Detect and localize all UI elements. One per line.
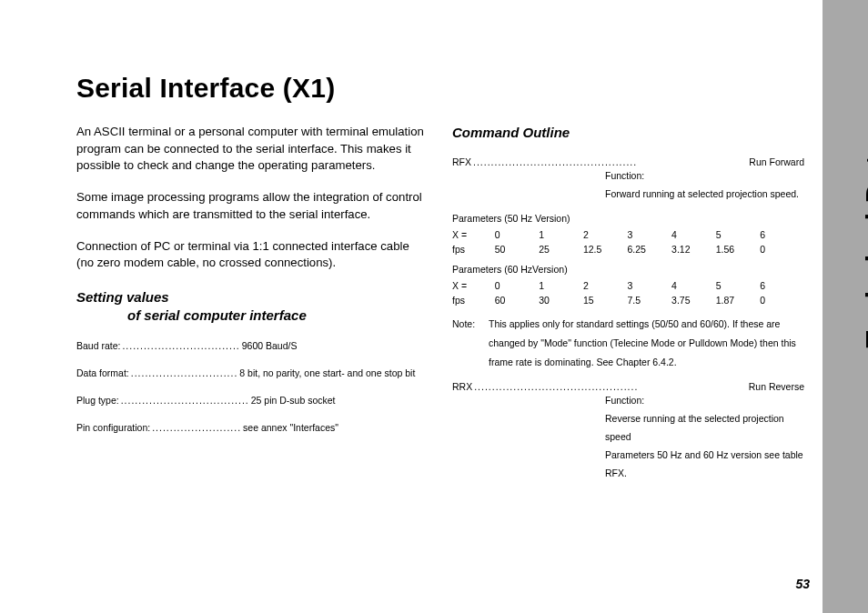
params-60hz-table: X = 0 1 2 3 4 5 6 fps 60 30 15 7.5 3.75 … bbox=[452, 278, 804, 307]
two-column-layout: An ASCII terminal or a personal computer… bbox=[76, 124, 804, 492]
leader-dots: .............................. bbox=[129, 367, 240, 378]
cell: 25 bbox=[539, 242, 583, 256]
cell: 1 bbox=[539, 227, 583, 242]
intro-paragraph-3: Connection of PC or terminal via 1:1 con… bbox=[76, 238, 429, 272]
setting-values-heading: Setting values of serial computer interf… bbox=[76, 288, 429, 326]
side-tab-label: Technical Data bbox=[861, 138, 868, 348]
note-body: This applies only for standard settings … bbox=[489, 315, 804, 372]
cell: fps bbox=[452, 293, 495, 307]
spec-value: 25 pin D-sub socket bbox=[251, 395, 429, 406]
function-text: Forward running at selected projection s… bbox=[605, 186, 804, 204]
table-row: fps 50 25 12.5 6.25 3.12 1.56 0 bbox=[452, 242, 804, 256]
heading-line-1: Setting values bbox=[76, 289, 169, 305]
function-text: speed bbox=[605, 428, 804, 447]
side-tab: Technical Data bbox=[823, 0, 868, 613]
command-rrx-details: Function: Reverse running at the selecte… bbox=[452, 392, 804, 483]
cell: 60 bbox=[495, 293, 540, 307]
cell: 4 bbox=[671, 227, 716, 242]
spec-data-format: Data format: ...........................… bbox=[76, 367, 429, 378]
command-name: RRX bbox=[452, 381, 472, 392]
cell: 1.56 bbox=[716, 242, 761, 256]
cell: 50 bbox=[495, 242, 540, 256]
spec-plug-type: Plug type: .............................… bbox=[76, 395, 429, 406]
function-label: Function: bbox=[605, 167, 804, 186]
leader-dots: ........................................… bbox=[472, 381, 749, 392]
cell: 6 bbox=[760, 278, 804, 293]
function-text: Parameters 50 Hz and 60 Hz version see t… bbox=[605, 447, 804, 465]
cell: 6 bbox=[760, 227, 804, 242]
command-value: Run Forward bbox=[749, 156, 804, 167]
leader-dots: ................................. bbox=[120, 340, 241, 351]
spec-label: Pin configuration: bbox=[76, 422, 150, 433]
cell: fps bbox=[452, 242, 495, 256]
cell: 12.5 bbox=[583, 242, 628, 256]
cell: 2 bbox=[583, 227, 628, 242]
page-body: Serial Interface (X1) An ASCII terminal … bbox=[0, 0, 868, 613]
command-rrx: RRX ....................................… bbox=[452, 381, 804, 392]
left-column: An ASCII terminal or a personal computer… bbox=[76, 124, 429, 492]
params-50hz-table: X = 0 1 2 3 4 5 6 fps 50 25 12.5 6.25 3.… bbox=[452, 227, 804, 256]
leader-dots: ........................................… bbox=[471, 156, 749, 167]
cell: 0 bbox=[760, 242, 804, 256]
function-text: RFX. bbox=[605, 465, 804, 483]
intro-paragraph-1: An ASCII terminal or a personal computer… bbox=[76, 124, 429, 175]
params-50hz-caption: Parameters (50 Hz Version) bbox=[452, 213, 804, 224]
note-label: Note: bbox=[452, 315, 489, 372]
cell: 1 bbox=[539, 278, 583, 293]
cell: 3 bbox=[627, 227, 671, 242]
cell: 0 bbox=[760, 293, 804, 307]
cell: 3.75 bbox=[671, 293, 716, 307]
cell: 4 bbox=[671, 278, 716, 293]
params-60hz-caption: Parameters (60 HzVersion) bbox=[452, 264, 804, 275]
table-row: X = 0 1 2 3 4 5 6 bbox=[452, 278, 804, 293]
cell: 5 bbox=[716, 278, 761, 293]
cell: X = bbox=[452, 227, 495, 242]
cell: 6.25 bbox=[627, 242, 671, 256]
cell: 7.5 bbox=[627, 293, 671, 307]
spec-value: 9600 Baud/S bbox=[242, 340, 429, 351]
spec-value: see annex "Interfaces" bbox=[243, 422, 429, 433]
command-name: RFX bbox=[452, 156, 471, 167]
leader-dots: .................................... bbox=[119, 395, 251, 406]
command-rfx-details: Function: Forward running at selected pr… bbox=[452, 167, 804, 204]
spec-label: Baud rate: bbox=[76, 340, 120, 351]
right-column: Command Outline RFX ....................… bbox=[452, 124, 804, 492]
cell: 0 bbox=[495, 278, 540, 293]
spec-baud-rate: Baud rate: .............................… bbox=[76, 340, 429, 351]
cell: 5 bbox=[716, 227, 761, 242]
table-row: X = 0 1 2 3 4 5 6 bbox=[452, 227, 804, 242]
cell: X = bbox=[452, 278, 495, 293]
cell: 1.87 bbox=[716, 293, 761, 307]
cell: 2 bbox=[583, 278, 628, 293]
cell: 0 bbox=[495, 227, 540, 242]
spec-label: Plug type: bbox=[76, 395, 119, 406]
command-outline-heading: Command Outline bbox=[452, 124, 804, 142]
cell: 3 bbox=[627, 278, 671, 293]
note-block: Note: This applies only for standard set… bbox=[452, 315, 804, 372]
spec-pin-config: Pin configuration: .....................… bbox=[76, 422, 429, 433]
cell: 15 bbox=[583, 293, 628, 307]
heading-line-2: of serial computer interface bbox=[76, 306, 429, 325]
function-label: Function: bbox=[605, 392, 804, 410]
cell: 30 bbox=[539, 293, 583, 307]
intro-paragraph-2: Some image processing programs allow the… bbox=[76, 189, 429, 223]
function-text: Reverse running at the selected projecti… bbox=[605, 410, 804, 428]
spec-label: Data format: bbox=[76, 367, 129, 378]
page-title: Serial Interface (X1) bbox=[76, 73, 804, 104]
cell: 3.12 bbox=[671, 242, 716, 256]
command-value: Run Reverse bbox=[749, 381, 804, 392]
page-number: 53 bbox=[795, 577, 810, 591]
command-rfx: RFX ....................................… bbox=[452, 156, 804, 167]
leader-dots: ......................... bbox=[150, 422, 243, 433]
spec-value: 8 bit, no parity, one start- and one sto… bbox=[239, 367, 429, 378]
table-row: fps 60 30 15 7.5 3.75 1.87 0 bbox=[452, 293, 804, 307]
